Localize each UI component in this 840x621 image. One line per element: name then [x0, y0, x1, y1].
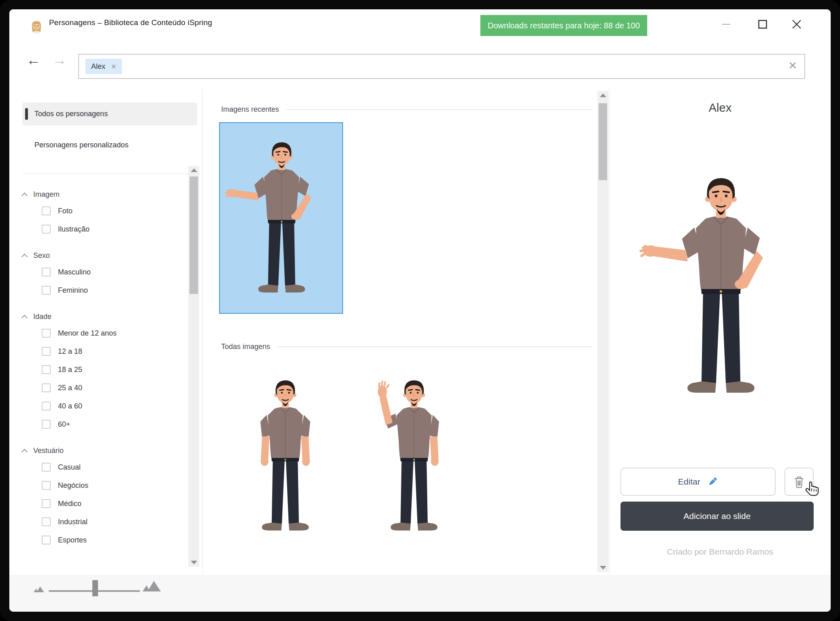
filter-group-vestuario[interactable]: Vestuário: [22, 447, 203, 455]
sidebar-item-label: Todos os personagens: [34, 110, 108, 118]
checkbox[interactable]: [42, 225, 51, 234]
hand-cursor-icon: [803, 480, 822, 502]
filter-group-imagem[interactable]: Imagem: [22, 190, 203, 199]
clear-search-icon[interactable]: ✕: [788, 60, 797, 72]
sidebar-item-label: Personagens personalizados: [34, 141, 128, 149]
scroll-up-icon[interactable]: [600, 94, 606, 97]
character-card-waving[interactable]: [357, 374, 470, 546]
filter-group-title: Idade: [33, 313, 51, 321]
sidebar-scrollbar[interactable]: [188, 166, 199, 567]
filter-option-ilustracao[interactable]: Ilustração: [42, 223, 203, 235]
checkbox[interactable]: [42, 536, 51, 544]
screenshot-frame: Personagens – Biblioteca de Conteúdo iSp…: [0, 0, 840, 621]
filter-option-medico[interactable]: Médico: [42, 498, 203, 510]
zoom-out-icon[interactable]: [33, 584, 46, 595]
checkbox[interactable]: [42, 383, 51, 392]
checkbox[interactable]: [42, 517, 51, 526]
checkbox[interactable]: [42, 481, 51, 490]
zoom-in-icon[interactable]: [142, 578, 163, 594]
add-to-slide-button[interactable]: Adicionar ao slide: [620, 502, 814, 531]
window-title: Personagens – Biblioteca de Conteúdo iSp…: [49, 18, 212, 27]
checkbox[interactable]: [42, 286, 51, 295]
filter-option-esportes[interactable]: Esportes: [42, 534, 203, 546]
filter-group-idade[interactable]: Idade: [22, 313, 203, 321]
checkbox-label: Negócios: [58, 481, 88, 490]
checkbox-label: Masculino: [58, 268, 91, 276]
section-title: Todas imagens: [221, 342, 270, 351]
checkbox[interactable]: [42, 206, 51, 215]
filter-option-25a40[interactable]: 25 a 40: [42, 382, 203, 394]
filter-option-foto[interactable]: Foto: [42, 205, 203, 217]
add-button-label: Adicionar ao slide: [684, 511, 751, 521]
filter-list: Imagem Foto Ilustração Sexo: [9, 190, 203, 546]
checkbox-label: Médico: [58, 500, 81, 508]
filter-option-menor12[interactable]: Menor de 12 anos: [42, 327, 203, 339]
sidebar: Todos os personagens Personagens persona…: [9, 88, 203, 575]
section-all: Todas imagens: [221, 342, 592, 351]
checkbox[interactable]: [42, 329, 51, 338]
filter-option-negocios[interactable]: Negócios: [42, 479, 203, 491]
filter-option-industrial[interactable]: Industrial: [42, 516, 203, 528]
checkbox[interactable]: [42, 268, 51, 276]
sidebar-divider: [22, 174, 194, 174]
checkbox[interactable]: [42, 347, 51, 356]
character-illustration: [228, 374, 341, 544]
character-name: Alex: [610, 101, 831, 115]
checkbox-label: 40 a 60: [58, 402, 82, 410]
filter-group-title: Vestuário: [33, 447, 64, 455]
forward-button[interactable]: →: [50, 50, 69, 70]
downloads-remaining-badge: Downloads restantes para hoje: 88 de 100: [480, 15, 647, 36]
filter-option-casual[interactable]: Casual: [42, 461, 203, 473]
checkbox[interactable]: [42, 402, 51, 410]
filter-option-60mais[interactable]: 60+: [42, 418, 203, 430]
checkbox[interactable]: [42, 499, 51, 508]
sidebar-item-custom-characters[interactable]: Personagens personalizados: [22, 134, 197, 157]
edit-button[interactable]: Editar: [620, 468, 776, 496]
filter-option-40a60[interactable]: 40 a 60: [42, 400, 203, 412]
character-illustration: [224, 134, 338, 308]
filter-option-feminino[interactable]: Feminino: [42, 284, 203, 296]
maximize-button[interactable]: [754, 17, 772, 32]
detail-panel: Alex Editar: [610, 88, 831, 575]
scrollbar-thumb[interactable]: [190, 177, 198, 294]
collapse-chevron-icon: [21, 315, 28, 321]
pencil-icon: [707, 476, 718, 487]
filter-option-masculino[interactable]: Masculino: [42, 266, 203, 278]
zoom-slider-thumb[interactable]: [92, 580, 98, 596]
collapse-chevron-icon: [21, 254, 28, 260]
sidebar-item-all-characters[interactable]: Todos os personagens: [22, 102, 197, 125]
checkbox[interactable]: [42, 365, 51, 374]
section-divider: [286, 109, 592, 110]
character-illustration: [639, 169, 801, 412]
app-character-icon: [30, 20, 43, 34]
minimize-button[interactable]: [717, 17, 735, 32]
checkbox-label: Ilustração: [58, 225, 90, 234]
close-button[interactable]: [788, 17, 806, 32]
character-card-standing[interactable]: [228, 374, 341, 546]
checkbox-label: 18 a 25: [58, 366, 82, 374]
character-card-selected[interactable]: [219, 122, 343, 314]
scrollbar-thumb[interactable]: [599, 103, 607, 180]
collapse-chevron-icon: [21, 193, 28, 199]
checkbox-label: Esportes: [58, 536, 87, 544]
scroll-down-icon[interactable]: [191, 561, 197, 564]
checkbox-label: 60+: [58, 420, 70, 429]
checkbox-label: Feminino: [58, 286, 88, 295]
gallery-scrollbar[interactable]: [597, 91, 608, 572]
checkbox-label: 25 a 40: [58, 384, 82, 392]
filter-option-12a18[interactable]: 12 a 18: [42, 345, 203, 357]
filter-option-18a25[interactable]: 18 a 25: [42, 364, 203, 376]
bottom-bar: [9, 575, 831, 612]
filter-group-sexo[interactable]: Sexo: [22, 251, 203, 260]
checkbox-label: Casual: [58, 463, 81, 472]
scroll-up-icon[interactable]: [191, 168, 197, 172]
search-input[interactable]: Alex ✕ ✕: [78, 54, 805, 79]
remove-tag-icon[interactable]: ✕: [111, 63, 116, 70]
scroll-down-icon[interactable]: [600, 566, 606, 570]
checkbox[interactable]: [42, 463, 51, 472]
search-tag-chip[interactable]: Alex ✕: [85, 59, 122, 74]
back-button[interactable]: ←: [24, 50, 43, 70]
checkbox[interactable]: [42, 420, 51, 429]
title-bar: Personagens – Biblioteca de Conteúdo iSp…: [9, 9, 831, 38]
navigation-row: ← → Alex ✕ ✕: [9, 44, 831, 84]
